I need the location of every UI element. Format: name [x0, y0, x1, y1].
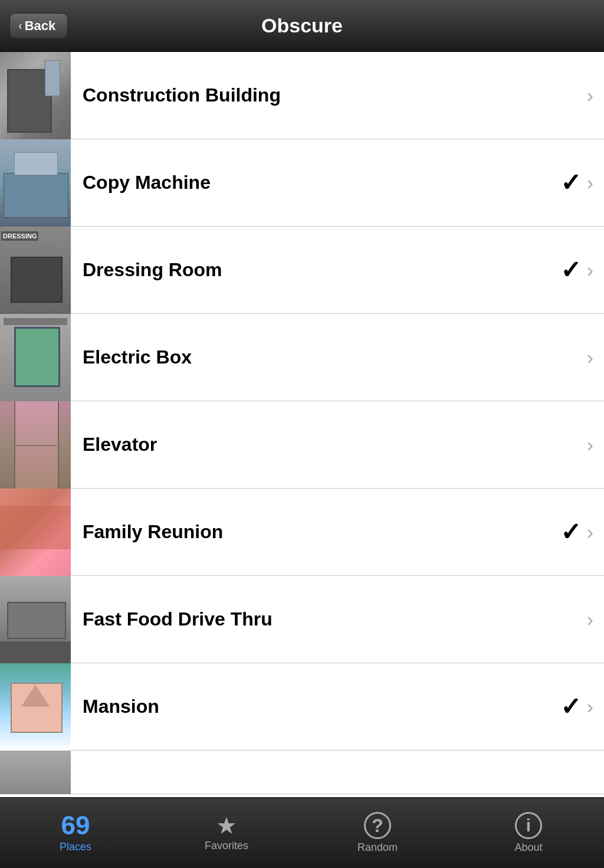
checkmark-icon: ✓	[560, 695, 581, 719]
chevron-right-icon: ›	[587, 258, 593, 281]
item-label: Fast Food Drive Thru	[83, 608, 587, 630]
question-icon: ?	[364, 812, 391, 839]
list-item[interactable]: Dressing Room ✓ ›	[0, 227, 604, 314]
list-item-partial[interactable]	[0, 751, 604, 794]
chevron-right-icon: ›	[587, 171, 593, 194]
item-thumbnail-dressing-room	[0, 227, 71, 314]
list-item-content: Mansion ✓ ›	[71, 663, 604, 750]
list-item[interactable]: Fast Food Drive Thru ›	[0, 576, 604, 663]
item-thumbnail-mansion	[0, 663, 71, 751]
tab-about[interactable]: i About	[453, 798, 604, 868]
chevron-right-icon: ›	[587, 346, 593, 369]
item-label: Family Reunion	[83, 521, 560, 543]
tab-places[interactable]: 69 Places	[0, 798, 151, 868]
list-item[interactable]: Electric Box ›	[0, 314, 604, 401]
chevron-right-icon: ›	[587, 608, 593, 631]
item-label: Construction Building	[83, 84, 587, 106]
nav-title: Obscure	[261, 14, 343, 37]
list-item-content: Family Reunion ✓ ›	[71, 489, 604, 575]
back-button[interactable]: ‹ Back	[9, 13, 68, 39]
list-item-content	[71, 751, 604, 794]
item-thumbnail-partial	[0, 751, 71, 794]
list-item-content: Copy Machine ✓ ›	[71, 139, 604, 226]
tab-places-label: Places	[60, 841, 91, 853]
list-item[interactable]: Construction Building ›	[0, 52, 604, 139]
nav-bar: ‹ Back Obscure	[0, 0, 604, 52]
item-label: Dressing Room	[83, 259, 560, 281]
list-item-content: Electric Box ›	[71, 314, 604, 401]
list-item[interactable]: Elevator ›	[0, 401, 604, 489]
list-item-content: Elevator ›	[71, 401, 604, 488]
item-thumbnail-fast-food-drive-thru	[0, 576, 71, 663]
chevron-right-icon: ›	[587, 433, 593, 456]
tab-favorites[interactable]: ★ Favorites	[151, 798, 302, 868]
list-item[interactable]: Mansion ✓ ›	[0, 663, 604, 751]
tab-about-label: About	[514, 841, 542, 854]
chevron-right-icon: ›	[587, 695, 593, 718]
item-thumbnail-construction-building	[0, 52, 71, 139]
tab-bar: 69 Places ★ Favorites ? Random i About	[0, 797, 604, 868]
item-label: Mansion	[83, 696, 560, 718]
checkmark-icon: ✓	[560, 520, 581, 545]
item-label: Copy Machine	[83, 172, 560, 194]
places-count-icon: 69	[61, 813, 90, 838]
back-chevron-icon: ‹	[18, 19, 22, 32]
tab-random-label: Random	[357, 841, 398, 854]
list-item-content: Fast Food Drive Thru ›	[71, 576, 604, 663]
info-icon: i	[515, 812, 542, 839]
category-list: Construction Building › Copy Machine ✓ ›…	[0, 52, 604, 797]
tab-random[interactable]: ? Random	[302, 798, 453, 868]
list-item[interactable]: Copy Machine ✓ ›	[0, 139, 604, 227]
checkmark-icon: ✓	[560, 171, 581, 195]
list-item[interactable]: Family Reunion ✓ ›	[0, 489, 604, 576]
tab-favorites-label: Favorites	[205, 840, 248, 852]
item-thumbnail-elevator	[0, 401, 71, 489]
chevron-right-icon: ›	[587, 84, 593, 107]
back-button-label: Back	[25, 18, 56, 34]
star-icon: ★	[216, 814, 237, 837]
chevron-right-icon: ›	[587, 520, 593, 543]
list-item-content: Dressing Room ✓ ›	[71, 227, 604, 313]
item-thumbnail-electric-box	[0, 314, 71, 401]
item-thumbnail-copy-machine	[0, 139, 71, 227]
item-label: Electric Box	[83, 346, 587, 368]
checkmark-icon: ✓	[560, 258, 581, 283]
item-label: Elevator	[83, 434, 587, 456]
list-item-content: Construction Building ›	[71, 52, 604, 139]
item-thumbnail-family-reunion	[0, 489, 71, 576]
